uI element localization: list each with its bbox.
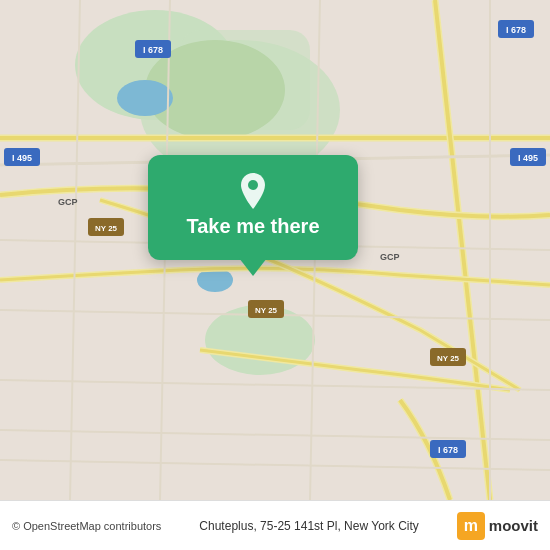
bottom-bar: © OpenStreetMap contributors Chuteplus, … <box>0 500 550 550</box>
moovit-logo: m moovit <box>457 512 538 540</box>
svg-text:I 678: I 678 <box>438 445 458 455</box>
svg-text:I 495: I 495 <box>518 153 538 163</box>
map: I 678 I 495 I 495 NY 25 NY 25 GCP GCP NY… <box>0 0 550 500</box>
moovit-brand-text: moovit <box>489 517 538 534</box>
svg-text:I 678: I 678 <box>143 45 163 55</box>
location-pin-icon <box>235 173 271 209</box>
svg-text:I 495: I 495 <box>12 153 32 163</box>
svg-point-5 <box>117 80 173 116</box>
svg-text:NY 25: NY 25 <box>255 306 278 315</box>
tooltip-label: Take me there <box>186 215 319 238</box>
svg-text:NY 25: NY 25 <box>437 354 460 363</box>
svg-text:I 678: I 678 <box>506 25 526 35</box>
take-me-there-button[interactable]: Take me there <box>148 155 358 260</box>
address-label: Chuteplus, 75-25 141st Pl, New York City <box>161 519 456 533</box>
svg-text:NY 25: NY 25 <box>95 224 118 233</box>
svg-text:GCP: GCP <box>380 252 400 262</box>
attribution: © OpenStreetMap contributors <box>12 520 161 532</box>
moovit-m-icon: m <box>457 512 485 540</box>
svg-point-40 <box>248 180 258 190</box>
svg-text:GCP: GCP <box>58 197 78 207</box>
